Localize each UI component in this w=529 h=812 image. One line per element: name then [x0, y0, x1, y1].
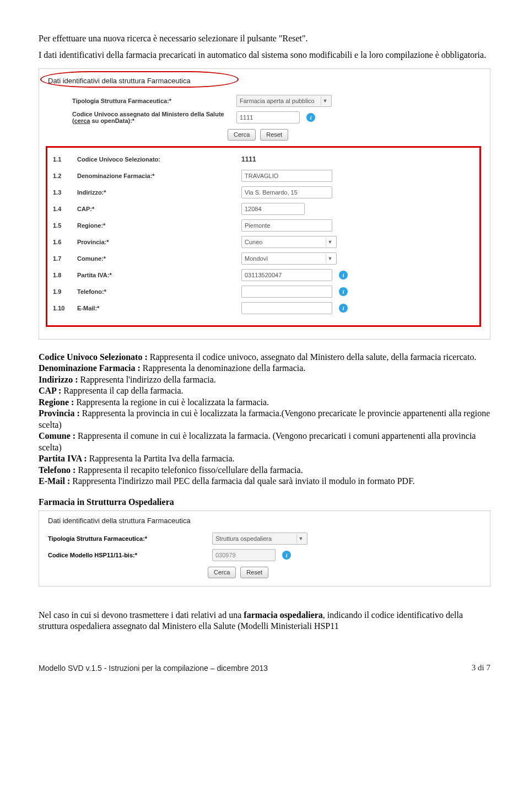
row-num: 1.3	[53, 189, 73, 196]
desc-text: Rappresenta l'indirizzo mail PEC della f…	[72, 476, 414, 486]
intro-line-2: I dati identificativi della farmacia pre…	[39, 50, 490, 61]
desc-text: Rappresenta l'indirizzo della farmacia.	[80, 375, 216, 384]
closing-bold: farmacia ospedaliera	[244, 610, 323, 620]
label-denominazione: Denominazione Farmacia:*	[77, 173, 237, 179]
label-tipologia-2: Tipologia Struttura Farmaceutica:*	[48, 535, 208, 542]
desc-label: Denominazione Farmacia :	[39, 363, 143, 373]
info-icon[interactable]: i	[339, 271, 348, 279]
chevron-down-icon: ▼	[326, 254, 334, 263]
desc-label: Codice Univoco Selezionato :	[39, 352, 150, 362]
info-icon[interactable]: i	[282, 551, 291, 560]
highlighted-form-section: 1.1 Codice Univoco Selezionato: 1111 1.2…	[46, 146, 481, 327]
label-telefono: Telefono:*	[77, 288, 237, 295]
select-tipologia-2-value: Struttura ospedaliera	[215, 535, 272, 542]
desc-label: Provincia :	[39, 408, 82, 418]
reset-button[interactable]: Reset	[260, 129, 288, 141]
form-panel-2: Dati identificativi della struttura Farm…	[39, 510, 490, 587]
info-icon[interactable]: i	[339, 304, 348, 313]
page-footer: Modello SVD v.1.5 - Istruzioni per la co…	[39, 660, 490, 673]
desc-label: E-Mail :	[39, 476, 72, 486]
desc-label: Regione :	[39, 397, 76, 407]
closing-paragraph: Nel caso in cui si devono trasmettere i …	[39, 610, 490, 632]
desc-text: Rappresenta la regione in cui è localizz…	[76, 397, 269, 407]
input-codice-hsp[interactable]	[212, 549, 276, 561]
desc-label: CAP :	[39, 386, 63, 395]
closing-text-a: Nel caso in cui si devono trasmettere i …	[39, 610, 244, 620]
cerca-button-2[interactable]: Cerca	[208, 567, 236, 578]
row-num: 1.1	[53, 156, 73, 163]
input-cap[interactable]	[241, 203, 305, 215]
desc-text: Rappresenta la denominazione della farma…	[143, 363, 305, 373]
select-comune-value: Mondovì	[245, 255, 268, 262]
chevron-down-icon: ▼	[321, 96, 329, 105]
row-num: 1.5	[53, 222, 73, 229]
info-icon[interactable]: i	[306, 113, 315, 122]
label-codice-univoco: Codice Univoco assegnato dal Ministero d…	[72, 111, 232, 124]
row-num: 1.7	[53, 255, 73, 262]
subheading-ospedaliera: Farmacia in Strutturra Ospedaliera	[39, 497, 490, 507]
footer-left: Modello SVD v.1.5 - Istruzioni per la co…	[39, 664, 268, 673]
desc-text: Rappresenta la Partita Iva della farmaci…	[89, 454, 235, 463]
row-num: 1.10	[53, 305, 73, 311]
input-email[interactable]	[241, 302, 332, 314]
input-denominazione[interactable]	[241, 170, 332, 182]
label-tipologia: Tipologia Struttura Farmaceutica:*	[72, 98, 232, 104]
label-email: E-Mail:*	[77, 305, 237, 311]
value-codice-selezionato: 1111	[241, 155, 256, 163]
label-partita-iva: Partita IVA:*	[77, 272, 237, 278]
desc-label: Comune :	[39, 431, 78, 440]
desc-text: Rappresenta il recapito telefonico fisso…	[78, 465, 303, 475]
cerca-opendata-link[interactable]: cerca	[74, 117, 90, 124]
row-num: 1.2	[53, 173, 73, 179]
label-codice-hsp: Codice Modello HSP11/11-bis:*	[48, 552, 208, 558]
form-panel-1: Dati identificativi della struttura Farm…	[39, 68, 490, 340]
label-regione: Regione:*	[77, 222, 237, 229]
reset-button-2[interactable]: Reset	[240, 567, 268, 578]
label-comune: Comune:*	[77, 255, 237, 262]
input-regione[interactable]	[241, 219, 332, 232]
label-codice-selezionato: Codice Univoco Selezionato:	[77, 156, 237, 163]
footer-page-number: 3 di 7	[472, 663, 490, 673]
intro-block: Per effettuare una nuova ricerca è neces…	[39, 33, 490, 61]
panel1-title: Dati identificativi della struttura Farm…	[48, 77, 191, 85]
desc-text: Rappresenta il codice univoco, assegnato…	[150, 352, 477, 362]
select-provincia-value: Cuneo	[245, 239, 262, 245]
input-partita-iva[interactable]	[241, 269, 332, 281]
input-indirizzo[interactable]	[241, 186, 332, 198]
select-provincia[interactable]: Cuneo ▼	[241, 236, 337, 248]
select-comune[interactable]: Mondovì ▼	[241, 252, 337, 265]
intro-line-1: Per effettuare una nuova ricerca è neces…	[39, 33, 490, 44]
desc-label: Partita IVA :	[39, 454, 89, 463]
panel2-title: Dati identificativi della struttura Farm…	[48, 517, 481, 525]
desc-text: Rappresenta il comune in cui è localizza…	[39, 431, 476, 451]
input-telefono[interactable]	[241, 286, 332, 298]
desc-label: Indirizzo :	[39, 375, 80, 384]
select-tipologia-2[interactable]: Struttura ospedaliera ▼	[212, 533, 307, 545]
info-icon[interactable]: i	[339, 287, 348, 296]
row-num: 1.6	[53, 239, 73, 245]
label-cap: CAP:*	[77, 206, 237, 212]
field-descriptions: Codice Univoco Selezionato : Rappresenta…	[39, 352, 490, 487]
desc-text: Rappresenta il cap della farmacia.	[63, 386, 183, 395]
label-provincia: Provincia:*	[77, 239, 237, 245]
select-tipologia[interactable]: Farmacia aperta al pubblico ▼	[236, 95, 332, 107]
select-tipologia-value: Farmacia aperta al pubblico	[240, 98, 315, 104]
cerca-button[interactable]: Cerca	[228, 129, 256, 141]
chevron-down-icon: ▼	[296, 534, 305, 543]
desc-label: Telefono :	[39, 465, 78, 475]
label-codice-text-b: su openData):*	[90, 117, 134, 124]
label-indirizzo: Indirizzo:*	[77, 189, 237, 196]
row-num: 1.4	[53, 206, 73, 212]
desc-text: Rappresenta la provincia in cui è locali…	[39, 408, 490, 429]
chevron-down-icon: ▼	[326, 238, 334, 246]
row-num: 1.8	[53, 272, 73, 278]
row-num: 1.9	[53, 288, 73, 295]
input-codice-univoco[interactable]	[236, 111, 300, 123]
